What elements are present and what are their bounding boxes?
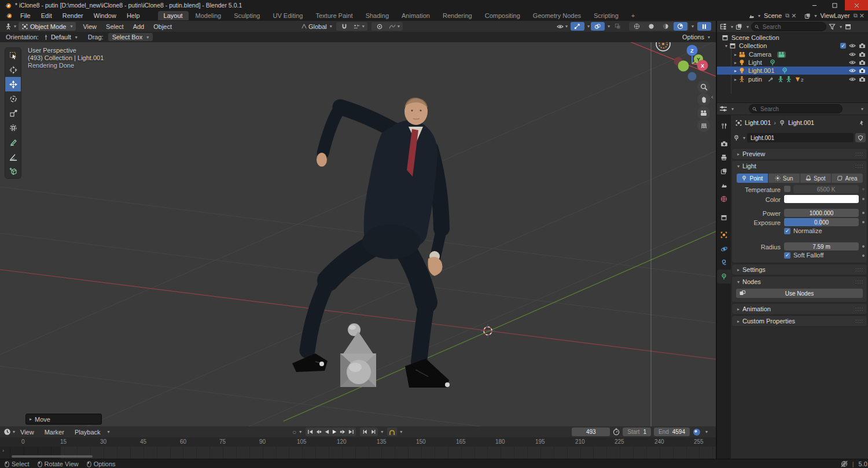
pin-icon[interactable] [858, 120, 864, 126]
panel-grip[interactable]: :::: [855, 163, 863, 169]
tab-texture-paint[interactable]: Texture Paint [310, 11, 358, 20]
tab-tool[interactable] [717, 119, 731, 133]
viewport-menu-add[interactable]: Add [128, 23, 149, 30]
timeline-menu-marker[interactable]: Marker [39, 429, 69, 436]
tab-render[interactable] [717, 137, 731, 150]
navigation-gizmo[interactable]: Y X Z [674, 45, 708, 81]
chevron-down-icon[interactable]: ▾ [743, 135, 745, 141]
tool-scale[interactable] [5, 106, 21, 120]
hide-eye-icon[interactable] [849, 43, 856, 49]
tool-cursor[interactable] [5, 62, 21, 77]
light-mesh-object[interactable] [340, 323, 376, 387]
exposure-slider[interactable]: 0.000 [784, 218, 859, 226]
viewlayer-selector[interactable]: ViewLayer [818, 12, 851, 19]
menu-render[interactable]: Render [57, 12, 89, 19]
filter-icon[interactable] [829, 23, 836, 30]
pan-view-button[interactable] [697, 93, 710, 106]
show-overlays-toggle[interactable] [591, 22, 605, 31]
panel-grip[interactable]: :::: [855, 267, 863, 272]
outliner-row-putin[interactable]: ▸ putin 2 [717, 75, 868, 83]
toggle-xray-button[interactable] [611, 22, 625, 31]
disable-render-icon[interactable] [859, 68, 866, 73]
preview-range-stopwatch-icon[interactable] [613, 428, 620, 436]
maximize-button[interactable] [825, 3, 845, 8]
play-reverse-button[interactable] [323, 428, 330, 436]
chevron-down-icon[interactable]: ▾ [731, 24, 733, 30]
expand-arrow-icon[interactable]: ▸ [734, 68, 737, 73]
tab-scene[interactable] [717, 178, 731, 192]
prev-keyframe-button[interactable] [315, 428, 322, 436]
fake-user-shield-button[interactable] [855, 133, 866, 142]
operator-panel-move[interactable]: ▸ Move [25, 414, 102, 425]
properties-search[interactable] [749, 104, 843, 113]
timeline-track-area[interactable]: › [0, 447, 716, 459]
axis-neg-y-ball[interactable] [678, 61, 689, 72]
chevron-down-icon[interactable]: ▾ [814, 13, 816, 19]
panel-grip[interactable]: :::: [855, 151, 863, 157]
scene-browse-icon[interactable] [748, 13, 755, 19]
outliner-row-collection[interactable]: ▾ Collection ✓ [717, 42, 868, 50]
tool-add-cube[interactable] [5, 164, 21, 178]
display-mode-icon[interactable] [735, 23, 742, 30]
hide-eye-icon[interactable] [849, 68, 856, 73]
tool-measure[interactable] [5, 149, 21, 164]
breadcrumb-data[interactable]: Light.001 [788, 119, 814, 126]
zoom-view-button[interactable] [697, 80, 710, 93]
options-dropdown[interactable]: Options▾ [682, 34, 710, 40]
axis-neg-z-ball[interactable] [688, 72, 697, 81]
chevron-down-icon[interactable]: ▾ [758, 13, 760, 19]
light-type-sun[interactable]: Sun [768, 174, 800, 183]
orthographic-toggle-button[interactable] [697, 119, 710, 132]
light-type-area[interactable]: Area [832, 174, 863, 183]
snap-target-dropdown[interactable]: ▾ [352, 22, 366, 31]
disable-render-icon[interactable] [859, 43, 866, 49]
animate-dot[interactable] [862, 188, 865, 190]
mode-dropdown[interactable]: Object Mode▾ [19, 22, 76, 31]
light-type-point[interactable]: Point [737, 174, 768, 183]
new-viewlayer-button[interactable]: ⧉ [854, 12, 858, 19]
timeline-scrollbar[interactable] [12, 455, 93, 458]
tab-add-workspace[interactable]: + [626, 11, 641, 20]
chevron-down-icon[interactable]: ▾ [861, 106, 863, 112]
light-type-spot[interactable]: Spot [800, 174, 832, 183]
tab-compositing[interactable]: Compositing [479, 11, 526, 20]
tool-rotate[interactable] [5, 91, 21, 106]
tab-object-data[interactable] [717, 270, 731, 283]
tab-layout[interactable]: Layout [158, 11, 189, 20]
editor-type-icon[interactable] [5, 23, 12, 30]
new-scene-button[interactable]: ⧉ [785, 12, 789, 19]
new-collection-icon[interactable] [844, 23, 852, 30]
shading-solid-button[interactable] [645, 22, 659, 31]
chevron-down-icon[interactable]: ▾ [330, 24, 332, 29]
chevron-down-icon[interactable]: ▾ [746, 24, 749, 30]
outliner-row-light-001[interactable]: ▸ Light.001 [717, 67, 868, 75]
chevron-down-icon[interactable]: ▾ [587, 24, 590, 29]
datablock-name-field[interactable]: Light.001 [747, 133, 854, 142]
orientation-dropdown[interactable]: Global [308, 23, 327, 30]
region-collapse-arrow[interactable]: ‹ [711, 93, 713, 100]
tool-select-box[interactable] [5, 48, 21, 62]
tool-annotate[interactable] [5, 135, 21, 149]
hide-eye-icon[interactable] [849, 51, 856, 57]
properties-editor-icon[interactable] [719, 105, 727, 112]
tool-transform[interactable] [5, 120, 21, 135]
chevron-down-icon[interactable]: ▾ [608, 24, 610, 29]
hide-eye-icon[interactable] [849, 76, 856, 82]
panel-settings[interactable]: ▸Settings:::: [731, 264, 867, 275]
tab-sculpting[interactable]: Sculpting [228, 11, 266, 20]
viewport-menu-object[interactable]: Object [149, 23, 176, 30]
viewport-canvas[interactable]: Y X Z User Perspective (493) Collection … [0, 42, 716, 426]
tab-shading[interactable]: Shading [360, 11, 395, 20]
expand-arrow-icon[interactable]: ▸ [734, 77, 737, 82]
disable-render-icon[interactable] [859, 51, 866, 57]
tab-scripting[interactable]: Scripting [588, 11, 624, 20]
blender-menu-icon[interactable] [5, 12, 13, 19]
timeline-ruler[interactable]: 0 15 30 45 60 75 90 105 120 135 150 165 … [0, 437, 716, 447]
tab-collection[interactable] [717, 211, 731, 224]
channel-expand-arrow[interactable]: › [2, 448, 4, 454]
tab-modeling[interactable]: Modeling [190, 11, 227, 20]
viewport-menu-view[interactable]: View [78, 23, 101, 30]
shading-wireframe-button[interactable] [630, 22, 644, 31]
animate-dot[interactable] [862, 255, 865, 257]
chevron-down-icon[interactable]: ▾ [108, 429, 110, 434]
